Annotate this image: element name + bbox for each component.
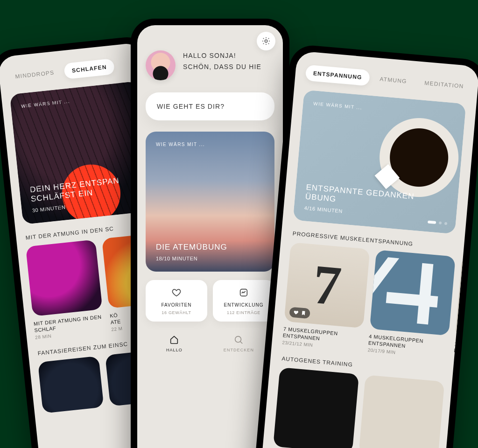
tab-schlafen[interactable]: SCHLAFEN — [63, 58, 115, 79]
greeting-line1: HALLO SONJA! — [183, 50, 261, 62]
four-glyph — [384, 260, 441, 325]
chart-icon — [239, 287, 249, 298]
tab-minddrops[interactable]: MINDDROPS — [7, 64, 63, 85]
tile-caption: 16 — [454, 341, 469, 348]
greeting-row: HALLO SONJA! SCHÖN, DASS DU HIE — [146, 50, 274, 80]
bottom-nav: HALLO ENTDECKEN — [146, 330, 274, 357]
stat-label: ENTWICKLUNG — [216, 302, 272, 308]
tile-image — [358, 375, 444, 448]
screen-home: HALLO SONJA! SCHÖN, DASS DU HIE WIE GEHT… — [137, 25, 283, 448]
tile-image — [455, 257, 476, 337]
tile-caption-2: EN — [454, 347, 468, 354]
stats-row: FAVORITEN 16 GEWÄHLT ENTWICKLUNG 112 EIN… — [146, 280, 274, 322]
greeting-text: HALLO SONJA! SCHÖN, DASS DU HIE — [183, 50, 261, 73]
sleep-hero-card[interactable]: WIE WÄRS MIT ... DEIN HERZ ENTSPAN SCHLÄ… — [10, 81, 152, 224]
tile-16-groups[interactable]: 16 EN — [453, 257, 476, 361]
bookmark-icon — [301, 310, 307, 316]
dot-3 — [444, 222, 448, 225]
svg-point-0 — [265, 40, 267, 42]
tile-autogenes-2[interactable] — [358, 375, 444, 448]
hero-duration: 30 MINUTEN — [32, 196, 140, 213]
home-icon — [169, 335, 179, 345]
tile-autogenes-1[interactable] — [273, 367, 359, 448]
tab-entspannung[interactable]: ENTSPANNUNG — [305, 65, 370, 86]
dot-2 — [439, 222, 442, 225]
tile-image — [370, 250, 456, 336]
sleep-tabs: MINDDROPS SCHLAFEN — [7, 56, 137, 85]
settings-button[interactable] — [257, 32, 275, 50]
tile-4-groups[interactable]: 4 MUSKELGRUPPEN ENTSPANNEN 20/17/9 MIN — [367, 250, 456, 359]
stat-progress[interactable]: ENTWICKLUNG 112 EINTRÄGE — [213, 280, 274, 322]
tile-7-groups[interactable]: 7 7 MUSKELGRUPPEN ENTSPANNEN 23/21/12 M — [282, 242, 370, 352]
autogenes-row — [273, 367, 442, 448]
hero-title-line2: SCHLÄFST EIN — [30, 183, 139, 204]
screen-discover: ENTSPANNUNG ATMUNG MEDITATION WIE WÄRS M… — [258, 51, 478, 448]
nav-hallo[interactable]: HALLO — [166, 335, 183, 352]
stat-sub: 16 GEWÄHLT — [148, 310, 204, 315]
tab-atmung[interactable]: ATMUNG — [372, 70, 415, 90]
nav-label: HALLO — [166, 348, 183, 352]
hero-title-line1: DEIN HERZ ENTSPAN — [29, 174, 138, 195]
dot-1 — [428, 220, 436, 224]
pmr-row: 7 7 MUSKELGRUPPEN ENTSPANNEN 23/21/12 M — [282, 242, 453, 359]
nav-label: ENTDECKEN — [224, 348, 254, 352]
avatar[interactable] — [146, 50, 176, 80]
discover-tabs: ENTSPANNUNG ATMUNG MEDITATION — [305, 65, 469, 95]
greeting-line2: SCHÖN, DASS DU HIE — [183, 62, 261, 73]
gear-icon — [261, 36, 271, 46]
nav-entdecken[interactable]: ENTDECKEN — [224, 335, 254, 352]
tile-badges — [289, 307, 310, 319]
tile-image — [273, 367, 359, 448]
stat-favorites[interactable]: FAVORITEN 16 GEWÄHLT — [146, 280, 207, 322]
hero-kicker: WIE WÄRS MIT ... — [313, 101, 455, 118]
tile-image — [26, 239, 103, 316]
hero-kicker: WIE WÄRS MIT ... — [21, 92, 129, 109]
relax-hero-card[interactable]: WIE WÄRS MIT ... ENTSPANNTE GEDANKEN ÜBU… — [293, 90, 466, 234]
tab-meditation[interactable]: MEDITATION — [416, 74, 472, 95]
hero-title: DIE ATEMÜBUNG — [156, 243, 227, 252]
stat-sub: 112 EINTRÄGE — [216, 310, 272, 315]
heart-icon — [171, 287, 182, 298]
home-hero-card[interactable]: WIE WÄRS MIT ... DIE ATEMÜBUNG 18/10 MIN… — [146, 132, 274, 272]
hero-duration: 18/10 MINUTEN — [156, 256, 227, 261]
svg-point-2 — [235, 336, 241, 343]
search-icon — [233, 335, 244, 345]
hero-kicker: WIE WÄRS MIT ... — [156, 142, 264, 147]
tile-fantasy-1[interactable] — [38, 356, 104, 413]
stat-label: FAVORITEN — [148, 302, 204, 308]
mood-prompt[interactable]: WIE GEHT ES DIR? — [146, 92, 274, 120]
tile-breathing-sleep[interactable]: MIT DER ATMUNG IN DEN SCHLAF 28 MIN — [26, 239, 105, 340]
heart-icon — [293, 309, 299, 315]
tile-image: 7 — [284, 242, 370, 328]
